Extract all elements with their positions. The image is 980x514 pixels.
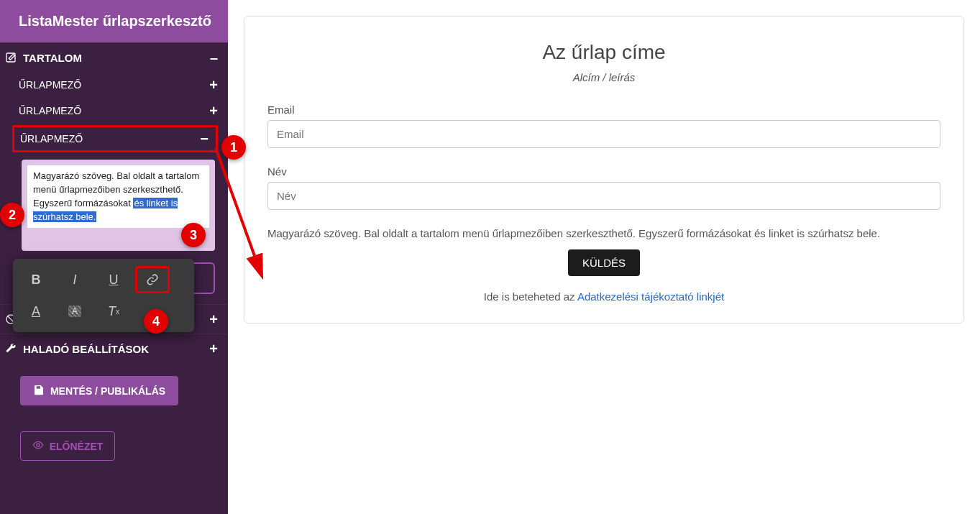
footer-pre: Ide is beteheted az [484, 290, 577, 303]
bold-button[interactable]: B [19, 266, 53, 293]
preview-button[interactable]: ELŐNÉZET [20, 431, 115, 461]
collapse-icon: – [210, 50, 218, 65]
form-preview: Az űrlap címe Alcím / leírás Email Név M… [244, 16, 964, 323]
field-item-label: ŰRLAPMEZŐ [19, 105, 81, 116]
section-label: TARTALOM [23, 52, 82, 64]
section-label: HALADÓ BEÁLLÍTÁSOK [23, 343, 149, 355]
section-tartalom[interactable]: TARTALOM – [0, 42, 228, 72]
expand-icon: + [209, 78, 218, 92]
save-button[interactable]: MENTÉS / PUBLIKÁLÁS [20, 376, 178, 405]
callout-4: 4 [144, 309, 168, 334]
app-title: ListaMester űrlapszerkesztő [0, 0, 228, 42]
callout-3: 3 [181, 223, 206, 247]
clear-format-button[interactable]: Tx [96, 298, 131, 325]
form-subtitle: Alcím / leírás [267, 71, 940, 83]
eye-icon [32, 439, 44, 453]
name-field[interactable] [267, 182, 940, 210]
field-item-3[interactable]: ŰRLAPMEZŐ − [12, 125, 218, 152]
expand-icon: + [209, 312, 218, 326]
wrench-icon [4, 343, 17, 354]
name-label: Név [267, 165, 940, 178]
save-icon [33, 384, 45, 398]
preview-pane: Az űrlap címe Alcím / leírás Email Név M… [228, 0, 980, 514]
preview-label: ELŐNÉZET [50, 441, 104, 452]
underline-button[interactable]: U [96, 266, 131, 293]
callout-2: 2 [0, 203, 24, 227]
email-label: Email [267, 104, 940, 116]
collapse-icon: − [200, 132, 209, 146]
helper-text: Magyarázó szöveg. Bal oldalt a tartalom … [267, 227, 940, 239]
field-item-1[interactable]: ŰRLAPMEZŐ + [0, 72, 228, 98]
edit-square-icon [4, 52, 17, 63]
field-item-label: ŰRLAPMEZŐ [19, 79, 81, 91]
link-button[interactable] [135, 266, 170, 293]
expand-icon: + [209, 341, 218, 356]
callout-1: 1 [221, 135, 246, 160]
field-item-label: ŰRLAPMEZŐ [20, 133, 83, 144]
field-item-2[interactable]: ŰRLAPMEZŐ + [0, 98, 228, 124]
expand-icon: + [209, 104, 218, 118]
svg-point-2 [37, 444, 40, 446]
save-label: MENTÉS / PUBLIKÁLÁS [50, 385, 165, 397]
footer-note: Ide is beteheted az Adatkezelési tájékoz… [267, 290, 940, 303]
form-title: Az űrlap címe [267, 41, 940, 64]
inline-editor[interactable]: Magyarázó szöveg. Bal oldalt a tartalom … [27, 165, 209, 228]
highlight-button[interactable]: A [58, 298, 92, 325]
italic-button[interactable]: I [58, 266, 92, 293]
sidebar: ListaMester űrlapszerkesztő TARTALOM – Ű… [0, 0, 228, 514]
submit-button[interactable]: KÜLDÉS [568, 249, 640, 276]
footer-link[interactable]: Adatkezelési tájékoztató linkjét [577, 290, 724, 303]
email-field[interactable] [267, 120, 940, 148]
section-halado[interactable]: HALADÓ BEÁLLÍTÁSOK + [0, 334, 228, 363]
text-color-button[interactable]: A [19, 298, 53, 325]
